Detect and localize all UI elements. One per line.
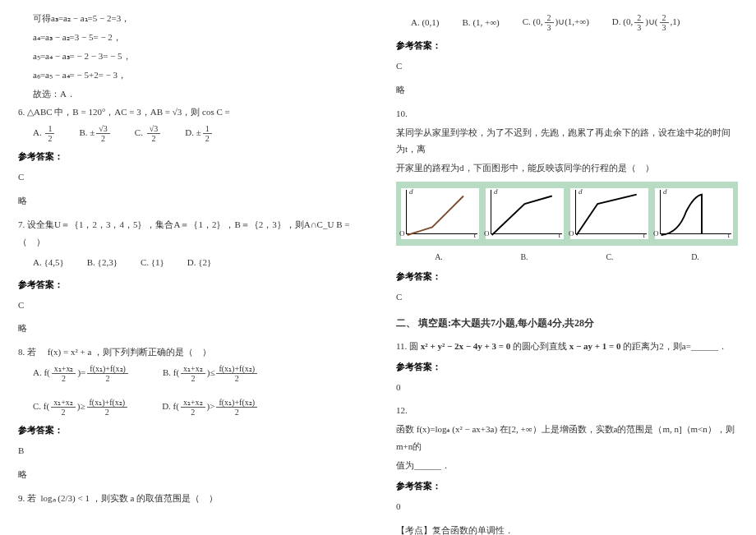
q8-text: 8. 若 f(x) = x² + a ，则下列判断正确的是（ ）: [18, 344, 360, 361]
q9-expr: logₐ (2/3) < 1: [41, 493, 90, 503]
sublabel-a: A.: [396, 249, 482, 265]
frac-sqrt3-2-icon: √32: [96, 124, 110, 143]
left-column: 可得a₃=a₂ − a₁=5 − 2=3， a₄=a₃ − a₂=3 − 5= …: [0, 0, 378, 535]
q9-choice-d: D. (0,23)∪(23,1): [612, 13, 680, 32]
curve-a-icon: [401, 188, 479, 243]
q9-answer-label: 参考答案：: [396, 37, 738, 54]
frac-sqrt3-2b-icon: √32: [147, 124, 161, 143]
q7-brief: 略: [18, 320, 360, 337]
q6-text: 6. △ABC 中，B = 120°，AC = 3，AB = √3，则 cos …: [18, 104, 360, 121]
q12-num: 12.: [396, 402, 738, 419]
q10-num: 10.: [396, 105, 738, 122]
curve-c-icon: [570, 188, 648, 243]
frac-half-icon: 12: [45, 124, 54, 143]
sublabel-c: C.: [567, 249, 652, 265]
curve-b-icon: [486, 188, 564, 243]
given-conclusion: 故选：A．: [18, 85, 360, 103]
q8-choice-c: C. f(x₁+x₂2)≥f(x₁)+f(x₂)2: [33, 398, 129, 417]
q10-sublabels: A. B. C. D.: [396, 249, 738, 265]
q11-answer-label: 参考答案：: [396, 358, 738, 376]
graph-d: d t O: [655, 188, 733, 239]
q10-answer-label: 参考答案：: [396, 268, 738, 285]
q7-choice-a: A. {4,5}: [33, 254, 64, 271]
q8-choice-b: B. f(x₁+x₂2)≤f(x₁)+f(x₂)2: [163, 364, 259, 383]
q7-choice-d: D. {2}: [187, 254, 212, 271]
q9-choices: A. (0,1) B. (1, +∞) C. (0,23)∪(1,+∞) D. …: [396, 13, 738, 32]
graph-b: d t O: [486, 188, 564, 239]
given-step-3: a₅=a₄ − a₃= − 2 − 3= − 5，: [18, 48, 360, 65]
q7-choice-b: B. {2,3}: [87, 254, 118, 271]
given-step-2: a₄=a₃ − a₂=3 − 5= − 2，: [18, 29, 360, 46]
q6-choices: A. 12 B. ±√32 C. √32 D. ±12: [18, 124, 360, 143]
q6-answer: C: [18, 168, 360, 186]
curve-d-icon: [655, 188, 733, 243]
q9-text: 9. 若 logₐ (2/3) < 1 ，则实数 a 的取值范围是（ ）: [18, 490, 360, 507]
q9-brief: 略: [396, 81, 738, 99]
sublabel-d: D.: [652, 249, 738, 265]
q12-note: 【考点】复合函数的单调性．: [396, 522, 738, 535]
right-column: A. (0,1) B. (1, +∞) C. (0,23)∪(1,+∞) D. …: [378, 0, 756, 535]
q12-line2: 值为______．: [396, 457, 738, 474]
q8-answer: B: [18, 442, 360, 459]
q11-answer: 0: [396, 379, 738, 396]
frac-halfb-icon: 12: [203, 124, 212, 143]
q7-choices: A. {4,5} B. {2,3} C. {1} D. {2}: [18, 254, 360, 271]
q10-text1: 某同学从家里到学校，为了不迟到，先跑，跑累了再走余下的路，设在途中花的时间为t，…: [396, 124, 738, 159]
q7-choice-c: C. {1}: [141, 254, 164, 271]
sublabel-b: B.: [482, 249, 567, 265]
q6-choice-a: A. 12: [33, 124, 56, 143]
q12-answer-label: 参考答案：: [396, 477, 738, 495]
q7-text: 7. 设全集U＝｛1，2，3，4，5｝，集合A＝｛1，2｝，B＝｛2，3｝，则A…: [18, 216, 360, 251]
graph-a: d t O: [401, 188, 479, 239]
given-step-1: 可得a₃=a₂ − a₁=5 − 2=3，: [18, 10, 360, 27]
q11-text: 11. 圆 x² + y² − 2x − 4y + 3 = 0 的圆心到直线 x…: [396, 338, 738, 355]
q9-answer: C: [396, 58, 738, 75]
q12-line1: 函数 f(x)=log₄ (x² − ax+3a) 在[2, +∞）上是增函数，…: [396, 421, 738, 455]
q9-choice-c: C. (0,23)∪(1,+∞): [523, 13, 589, 32]
q7-answer-label: 参考答案：: [18, 276, 360, 293]
section-2-title: 二、 填空题:本大题共7小题,每小题4分,共28分: [396, 314, 738, 333]
q8-fx: f(x) = x² + a: [48, 347, 92, 357]
q8-answer-label: 参考答案：: [18, 422, 360, 439]
q6-choice-b: B. ±√32: [79, 124, 111, 143]
q10-graphs: d t O d t O d t O d t O: [396, 182, 738, 246]
q10-text2: 开家里的路程为d，下面图形中，能反映该同学的行程的是（ ）: [396, 159, 738, 177]
q7-answer: C: [18, 297, 360, 314]
q8-choice-d: D. f(x₁+x₂2)>f(x₁)+f(x₂)2: [162, 398, 259, 417]
q8-brief: 略: [18, 466, 360, 483]
q6-choice-d: D. ±12: [185, 124, 214, 143]
graph-c: d t O: [570, 188, 648, 239]
q8-choice-a: A. f(x₁+x₂2)=f(x₁)+f(x₂)2: [33, 364, 130, 383]
q6-choice-c: C. √32: [135, 124, 162, 143]
q9-choice-a: A. (0,1): [411, 14, 440, 31]
q6-answer-label: 参考答案：: [18, 148, 360, 165]
q6-brief: 略: [18, 192, 360, 210]
q9-choice-b: B. (1, +∞): [463, 14, 500, 31]
q12-answer: 0: [396, 498, 738, 515]
given-step-4: a₆=a₅ − a₄= − 5+2= − 3，: [18, 67, 360, 84]
q10-answer: C: [396, 288, 738, 306]
q8-choices: A. f(x₁+x₂2)=f(x₁)+f(x₂)2 B. f(x₁+x₂2)≤f…: [18, 364, 360, 417]
